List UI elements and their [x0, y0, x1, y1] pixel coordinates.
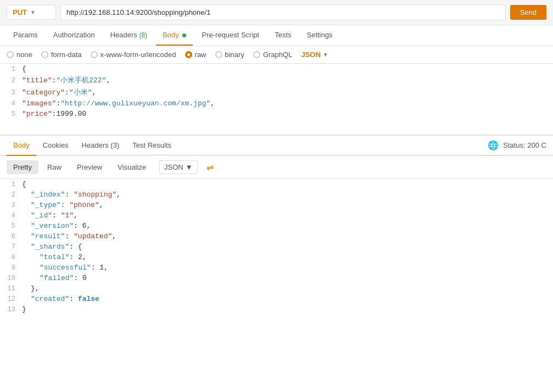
response-status: 🌐 Status: 200 C [488, 140, 546, 150]
response-format-arrow-icon: ▼ [186, 163, 193, 171]
res-tab-test-results[interactable]: Test Results [126, 136, 178, 156]
request-body-editor[interactable]: 1 { 2 "title":"小米手机222", 3 "category":"小… [0, 64, 553, 135]
option-binary[interactable]: binary [215, 51, 244, 59]
method-label: PUT [13, 8, 27, 16]
res-line-10: 10 "failed": 0 [0, 273, 553, 283]
res-line-3: 3 "_type": "phone", [0, 200, 553, 210]
res-line-8: 8 "total": 2, [0, 252, 553, 262]
tab-body[interactable]: Body [156, 25, 193, 46]
option-urlencoded[interactable]: x-www-form-urlencoded [91, 51, 176, 59]
res-line-1: 1 { [0, 179, 553, 189]
method-select[interactable]: PUT ▼ [7, 5, 56, 20]
tab-authorization[interactable]: Authorization [47, 25, 102, 46]
radio-none [7, 51, 14, 58]
response-format-dropdown[interactable]: JSON ▼ [159, 160, 198, 174]
res-tab-body[interactable]: Body [7, 136, 36, 156]
radio-urlencoded [91, 51, 98, 58]
res-line-9: 9 "successful": 1, [0, 262, 553, 273]
view-visualize-button[interactable]: Visualize [111, 160, 153, 174]
res-line-6: 6 "result": "updated", [0, 231, 553, 242]
res-line-5: 5 "_version": 6, [0, 221, 553, 231]
format-dropdown[interactable]: JSON ▼ [301, 51, 328, 59]
req-line-3: 3 "category":"小米", [0, 86, 553, 98]
res-line-11: 11 }, [0, 283, 553, 294]
req-line-1: 1 { [0, 64, 553, 74]
url-input[interactable] [60, 4, 506, 20]
body-options: none form-data x-www-form-urlencoded raw… [0, 46, 553, 64]
globe-icon: 🌐 [488, 140, 499, 150]
tab-params[interactable]: Params [7, 25, 44, 46]
tab-pre-request[interactable]: Pre-request Script [195, 25, 266, 46]
res-line-12: 12 "created": false [0, 294, 553, 304]
radio-binary [215, 51, 222, 58]
url-bar: PUT ▼ Send [0, 0, 553, 25]
response-body-editor: 1 { 2 "_index": "shopping", 3 "_type": "… [0, 179, 553, 320]
response-format-label: JSON [164, 163, 183, 171]
option-urlencoded-label: x-www-form-urlencoded [100, 51, 176, 59]
send-button[interactable]: Send [510, 5, 546, 20]
option-graphql[interactable]: GraphQL [253, 51, 292, 59]
status-text: Status: 200 C [503, 141, 546, 149]
res-tab-headers[interactable]: Headers (3) [75, 136, 126, 156]
headers-badge: (8) [139, 31, 147, 39]
option-raw[interactable]: raw [185, 51, 206, 59]
res-line-13: 13 } [0, 304, 553, 315]
option-binary-label: binary [225, 51, 244, 59]
view-preview-button[interactable]: Preview [70, 160, 109, 174]
res-tab-cookies[interactable]: Cookies [36, 136, 75, 156]
option-form-data[interactable]: form-data [41, 51, 82, 59]
body-active-dot [182, 33, 186, 37]
req-line-5: 5 "price":1999.00 [0, 109, 553, 119]
radio-form-data [41, 51, 48, 58]
option-graphql-label: GraphQL [263, 51, 292, 59]
res-line-2: 2 "_index": "shopping", [0, 189, 553, 200]
req-line-4: 4 "images":"http://www.gulixueyuan.com/x… [0, 98, 553, 109]
response-toolbar: Pretty Raw Preview Visualize JSON ▼ ⇌ [0, 156, 553, 179]
res-line-4: 4 "_id": "1", [0, 210, 553, 221]
wrap-button[interactable]: ⇌ [203, 161, 217, 173]
option-none[interactable]: none [7, 51, 32, 59]
option-none-label: none [16, 51, 32, 59]
tab-headers[interactable]: Headers (8) [104, 25, 154, 46]
radio-raw [185, 51, 192, 58]
req-line-2: 2 "title":"小米手机222", [0, 74, 553, 86]
method-chevron-icon: ▼ [30, 9, 36, 15]
tab-tests[interactable]: Tests [268, 25, 298, 46]
res-line-7: 7 "_shards": { [0, 242, 553, 252]
request-tabs: Params Authorization Headers (8) Body Pr… [0, 25, 553, 46]
option-raw-label: raw [195, 51, 206, 59]
format-arrow-icon: ▼ [323, 52, 328, 58]
view-raw-button[interactable]: Raw [41, 160, 68, 174]
radio-graphql [253, 51, 260, 58]
option-form-data-label: form-data [51, 51, 82, 59]
tab-settings[interactable]: Settings [300, 25, 339, 46]
format-label: JSON [301, 51, 320, 59]
response-tabs-bar: Body Cookies Headers (3) Test Results 🌐 … [0, 135, 553, 156]
view-pretty-button[interactable]: Pretty [7, 160, 38, 174]
